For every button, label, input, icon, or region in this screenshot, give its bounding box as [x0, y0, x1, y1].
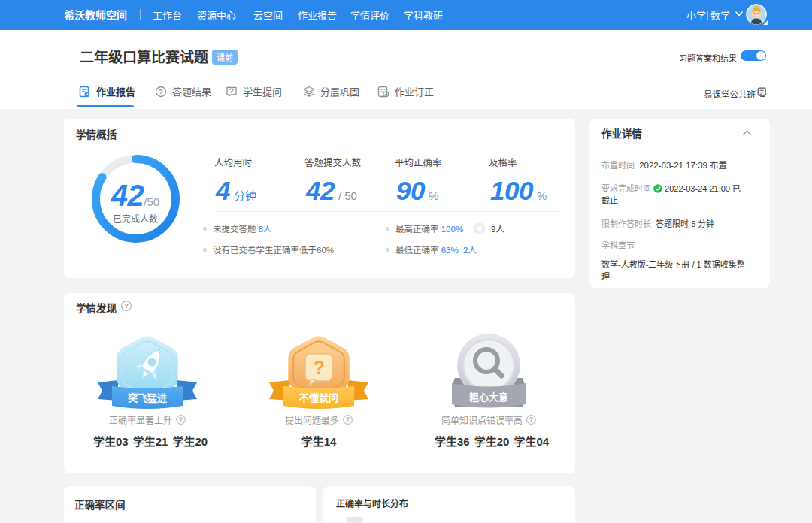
svg-text:?: ? — [529, 416, 533, 423]
svg-text:突飞猛进: 突飞猛进 — [128, 392, 167, 404]
svg-text:?: ? — [124, 302, 129, 310]
svg-text:?: ? — [159, 88, 163, 95]
svg-text:?: ? — [179, 416, 183, 423]
svg-text:?: ? — [229, 87, 234, 95]
svg-text:?: ? — [314, 357, 325, 378]
svg-text:?: ? — [346, 416, 350, 423]
svg-text:粗心大意: 粗心大意 — [469, 391, 508, 403]
svg-text:不懂就问: 不懂就问 — [299, 392, 338, 404]
